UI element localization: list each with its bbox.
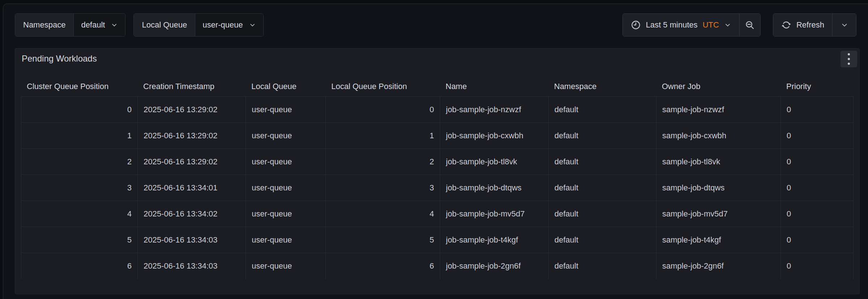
- cell-cluster-queue-position: 2: [21, 149, 137, 174]
- time-range-label: Last 5 minutes: [646, 20, 698, 30]
- timezone-badge: UTC: [703, 20, 719, 30]
- cell-namespace: default: [548, 149, 656, 174]
- zoom-out-button[interactable]: [739, 14, 760, 36]
- cell-creation-timestamp: 2025-06-16 13:34:02: [137, 201, 246, 227]
- panel-title: Pending Workloads: [22, 54, 97, 64]
- cell-local-queue: user-queue: [246, 227, 326, 253]
- dashboard-content: Namespace default Local Queue user-queue: [3, 4, 868, 299]
- cell-priority: 0: [780, 253, 854, 279]
- cell-creation-timestamp: 2025-06-16 13:34:03: [137, 253, 246, 279]
- refresh-interval-dropdown[interactable]: [832, 14, 856, 36]
- cell-creation-timestamp: 2025-06-16 13:29:02: [137, 149, 246, 174]
- cell-priority: 0: [780, 97, 854, 122]
- time-range-picker[interactable]: Last 5 minutes UTC: [623, 14, 739, 36]
- cell-creation-timestamp: 2025-06-16 13:34:01: [137, 175, 246, 201]
- cell-priority: 0: [780, 149, 854, 174]
- cell-local-queue: user-queue: [246, 253, 326, 279]
- column-header-cluster-queue-position[interactable]: Cluster Queue Position: [21, 77, 137, 96]
- cell-local-queue-position: 4: [326, 201, 440, 227]
- cell-local-queue-position: 6: [326, 253, 440, 279]
- cell-name: job-sample-job-cxwbh: [440, 123, 548, 148]
- refresh-button[interactable]: Refresh: [773, 14, 832, 36]
- refresh-button-label: Refresh: [796, 20, 824, 30]
- column-header-owner-job[interactable]: Owner Job: [656, 77, 780, 96]
- cell-local-queue-position: 1: [326, 123, 440, 148]
- pending-workloads-panel: Pending Workloads Cluster Queue Position…: [15, 48, 860, 294]
- cell-cluster-queue-position: 3: [21, 175, 137, 201]
- pending-workloads-table: Cluster Queue PositionCreation Timestamp…: [21, 77, 854, 279]
- panel-header: Pending Workloads: [15, 49, 859, 69]
- chevron-down-icon: [724, 21, 731, 29]
- cell-priority: 0: [780, 201, 854, 227]
- table-header-row: Cluster Queue PositionCreation Timestamp…: [21, 77, 854, 96]
- cell-owner-job: sample-job-cxwbh: [656, 123, 780, 148]
- cell-local-queue: user-queue: [246, 175, 326, 201]
- cell-namespace: default: [548, 201, 656, 227]
- magnifier-minus-icon: [745, 20, 755, 30]
- cell-owner-job: sample-job-2gn6f: [656, 253, 780, 279]
- namespace-variable-select[interactable]: default: [74, 14, 125, 36]
- cell-name: job-sample-job-t4kgf: [440, 227, 548, 253]
- dashboard-toolbar: Namespace default Local Queue user-queue: [15, 13, 856, 37]
- chevron-down-icon: [111, 21, 118, 29]
- local-queue-variable-value: user-queue: [203, 20, 243, 30]
- cell-owner-job: sample-job-t4kgf: [656, 227, 780, 253]
- cell-cluster-queue-position: 0: [21, 97, 137, 122]
- cell-cluster-queue-position: 6: [21, 253, 137, 279]
- table-row: 42025-06-16 13:34:02user-queue4job-sampl…: [21, 201, 854, 227]
- cell-name: job-sample-job-tl8vk: [440, 149, 548, 174]
- column-header-name[interactable]: Name: [440, 77, 548, 96]
- cell-local-queue: user-queue: [246, 123, 326, 148]
- cell-local-queue-position: 2: [326, 149, 440, 174]
- table-row: 22025-06-16 13:29:02user-queue2job-sampl…: [21, 148, 854, 174]
- cell-name: job-sample-job-2gn6f: [440, 253, 548, 279]
- cell-priority: 0: [780, 227, 854, 253]
- local-queue-variable-label: Local Queue: [134, 14, 195, 36]
- cell-creation-timestamp: 2025-06-16 13:34:03: [137, 227, 246, 253]
- table-body: 02025-06-16 13:29:02user-queue0job-sampl…: [21, 96, 854, 279]
- cell-name: job-sample-job-dtqws: [440, 175, 548, 201]
- cell-cluster-queue-position: 4: [21, 201, 137, 227]
- column-header-namespace[interactable]: Namespace: [548, 77, 656, 96]
- column-header-priority[interactable]: Priority: [780, 77, 854, 96]
- column-header-local-queue[interactable]: Local Queue: [246, 77, 326, 96]
- refresh-controls: Refresh: [773, 13, 856, 37]
- local-queue-variable-select[interactable]: user-queue: [195, 14, 263, 36]
- cell-namespace: default: [548, 175, 656, 201]
- cell-name: job-sample-job-nzwzf: [440, 97, 548, 122]
- namespace-variable-value: default: [81, 20, 105, 30]
- cell-local-queue: user-queue: [246, 149, 326, 174]
- cell-cluster-queue-position: 5: [21, 227, 137, 253]
- namespace-variable-label: Namespace: [15, 14, 74, 36]
- sync-icon: [781, 20, 791, 30]
- cell-local-queue: user-queue: [246, 201, 326, 227]
- chevron-down-icon: [841, 21, 848, 29]
- table-row: 02025-06-16 13:29:02user-queue0job-sampl…: [21, 96, 854, 122]
- column-header-creation-timestamp[interactable]: Creation Timestamp: [137, 77, 246, 96]
- table-row: 32025-06-16 13:34:01user-queue3job-sampl…: [21, 174, 854, 201]
- cell-local-queue-position: 5: [326, 227, 440, 253]
- cell-namespace: default: [548, 123, 656, 148]
- cell-namespace: default: [548, 227, 656, 253]
- cell-local-queue: user-queue: [246, 97, 326, 122]
- panel-menu-button[interactable]: [841, 51, 857, 67]
- clock-icon: [631, 20, 641, 30]
- cell-priority: 0: [780, 175, 854, 201]
- cell-name: job-sample-job-mv5d7: [440, 201, 548, 227]
- namespace-variable: Namespace default: [15, 13, 125, 37]
- kebab-icon: [848, 53, 850, 65]
- cell-creation-timestamp: 2025-06-16 13:29:02: [137, 123, 246, 148]
- cell-creation-timestamp: 2025-06-16 13:29:02: [137, 97, 246, 122]
- cell-local-queue-position: 0: [326, 97, 440, 122]
- cell-local-queue-position: 3: [326, 175, 440, 201]
- table-row: 52025-06-16 13:34:03user-queue5job-sampl…: [21, 227, 854, 253]
- cell-priority: 0: [780, 123, 854, 148]
- table-row: 12025-06-16 13:29:02user-queue1job-sampl…: [21, 122, 854, 148]
- cell-owner-job: sample-job-mv5d7: [656, 201, 780, 227]
- cell-owner-job: sample-job-dtqws: [656, 175, 780, 201]
- cell-namespace: default: [548, 97, 656, 122]
- time-controls: Last 5 minutes UTC: [622, 13, 761, 37]
- cell-owner-job: sample-job-tl8vk: [656, 149, 780, 174]
- table-row: 62025-06-16 13:34:03user-queue6job-sampl…: [21, 253, 854, 279]
- column-header-local-queue-position[interactable]: Local Queue Position: [326, 77, 440, 96]
